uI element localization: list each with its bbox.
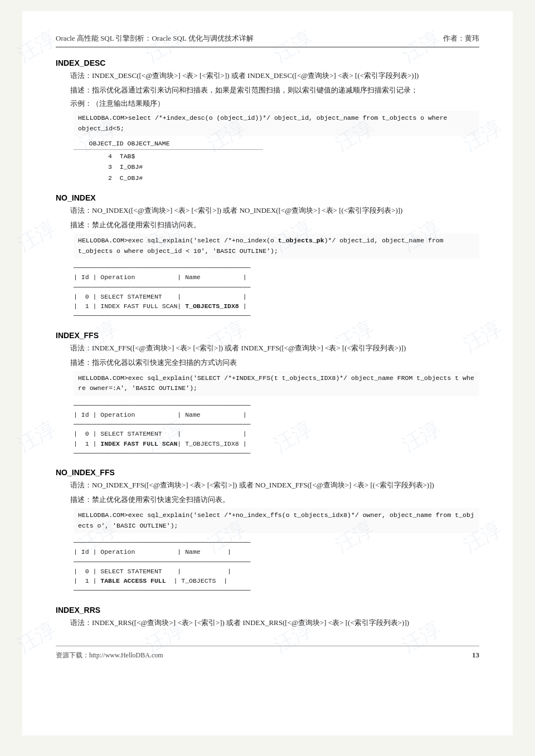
syntax-label: 语法： xyxy=(70,206,92,214)
table-index-ffs: ────────────────────────────────────────… xyxy=(74,401,479,459)
table-row-0: | 0 | SELECT STATEMENT | | xyxy=(74,429,479,438)
desc-text: 指示优化器以索引快速完全扫描的方式访问表 xyxy=(92,358,237,367)
code-index-ffs: HELLODBA.COM>exec sql_explain('SELECT /*… xyxy=(74,371,479,396)
desc-label: 描述： xyxy=(70,86,92,94)
table-row-1: | 1 | INDEX FAST FULL SCAN| T_OBJECTS_ID… xyxy=(74,439,479,448)
section-title-index-ffs: INDEX_FFS xyxy=(56,331,479,340)
section-no-index-ffs: NO_INDEX_FFS 语法：NO_INDEX_FFS([<@查询块>] <表… xyxy=(56,468,479,595)
code-no-index: HELLODBA.COM>exec sql_explain('select /*… xyxy=(74,233,479,258)
author-name: 黄玮 xyxy=(465,34,479,42)
page-header: Oracle 高性能 SQL 引擎剖析：Oracle SQL 优化与调优技术详解… xyxy=(56,33,479,47)
table-row-0: | 0 | SELECT STATEMENT | | xyxy=(74,567,479,576)
desc-no-index: 描述：禁止优化器使用索引扫描访问表。 xyxy=(56,219,479,231)
syntax-no-index-ffs: 语法：NO_INDEX_FFS([<@查询块>] <表> [<索引>]) 或者 … xyxy=(56,479,479,491)
section-title-index-desc: INDEX_DESC xyxy=(56,58,479,67)
table-border-top: ────────────────────────────────────────… xyxy=(74,538,479,547)
desc-no-index-ffs: 描述：禁止优化器使用索引快速完全扫描访问表。 xyxy=(56,494,479,506)
table-header-row: | Id | Operation | Name | xyxy=(74,272,479,282)
desc-label: 描述： xyxy=(70,358,92,367)
table-row-1: | 1 | INDEX FAST FULL SCAN| T_OBJECTS_ID… xyxy=(74,301,479,311)
section-index-ffs: INDEX_FFS 语法：INDEX_FFS([<@查询块>] <表> [<索引… xyxy=(56,331,479,458)
footer-page-number: 13 xyxy=(472,651,479,660)
table-no-index-ffs: ────────────────────────────────────────… xyxy=(74,538,479,596)
section-index-rrs: INDEX_RRS 语法：INDEX_RRS([<@查询块>] <表> [<索引… xyxy=(56,606,479,629)
syntax-text: NO_INDEX_FFS([<@查询块>] <表> [<索引>]) 或者 NO_… xyxy=(92,481,434,489)
syntax-label: 语法： xyxy=(70,481,92,489)
syntax-label: 语法： xyxy=(70,71,92,80)
page-title: Oracle 高性能 SQL 引擎剖析：Oracle SQL 优化与调优技术详解 xyxy=(56,33,254,43)
table-border-bot: ────────────────────────────────────────… xyxy=(74,448,479,458)
desc-index-ffs: 描述：指示优化器以索引快速完全扫描的方式访问表 xyxy=(56,357,479,369)
code-index-desc: HELLODBA.COM>select /*+index_desc(o (obj… xyxy=(74,111,479,136)
syntax-text: INDEX_DESC([<@查询块>] <表> [<索引>]) 或者 INDEX… xyxy=(92,71,419,80)
table-header-row: | Id | Operation | Name | xyxy=(74,547,479,557)
footer-resource: 资源下载：http://www.HelloDBA.com xyxy=(56,651,163,660)
syntax-no-index: 语法：NO_INDEX([<@查询块>] <表> [<索引>]) 或者 NO_I… xyxy=(56,204,479,217)
table-row-0: | 0 | SELECT STATEMENT | | xyxy=(74,292,479,301)
page: Oracle 高性能 SQL 引擎剖析：Oracle SQL 优化与调优技术详解… xyxy=(22,11,513,735)
output-index-desc: OBJECT_ID OBJECT_NAME 4 TAB$ 3 I_OBJ# 2 … xyxy=(74,138,479,183)
syntax-label: 语法： xyxy=(70,618,92,627)
desc-text: 禁止优化器使用索引快速完全扫描访问表。 xyxy=(92,495,230,504)
table-row-1: | 1 | TABLE ACCESS FULL | T_OBJECTS | xyxy=(74,576,479,586)
desc-text: 禁止优化器使用索引扫描访问表。 xyxy=(92,221,201,229)
table-border-top: ────────────────────────────────────────… xyxy=(74,401,479,410)
desc-label: 描述： xyxy=(70,495,92,504)
section-title-no-index-ffs: NO_INDEX_FFS xyxy=(56,468,479,477)
section-index-desc: INDEX_DESC 语法：INDEX_DESC([<@查询块>] <表> [<… xyxy=(56,58,479,183)
table-no-index: ────────────────────────────────────────… xyxy=(74,263,479,321)
section-no-index: NO_INDEX 语法：NO_INDEX([<@查询块>] <表> [<索引>]… xyxy=(56,193,479,320)
code-no-index-ffs: HELLODBA.COM>exec sql_explain('select /*… xyxy=(74,508,479,533)
syntax-text: NO_INDEX([<@查询块>] <表> [<索引>]) 或者 NO_INDE… xyxy=(92,206,402,214)
table-border-top: ────────────────────────────────────────… xyxy=(74,263,479,272)
table-border-mid: ────────────────────────────────────────… xyxy=(74,557,479,567)
example-label-index-desc: 示例：（注意输出结果顺序） xyxy=(56,99,479,109)
section-title-index-rrs: INDEX_RRS xyxy=(56,606,479,614)
table-header-row: | Id | Operation | Name | xyxy=(74,410,479,420)
syntax-label: 语法： xyxy=(70,344,92,352)
desc-label: 描述： xyxy=(70,221,92,229)
syntax-text: INDEX_FFS([<@查询块>] <表> [<索引>]) 或者 INDEX_… xyxy=(92,344,406,352)
syntax-index-ffs: 语法：INDEX_FFS([<@查询块>] <表> [<索引>]) 或者 IND… xyxy=(56,342,479,354)
page-author: 作者：黄玮 xyxy=(443,33,479,43)
table-border-mid: ────────────────────────────────────────… xyxy=(74,420,479,429)
author-label: 作者： xyxy=(443,34,465,42)
section-title-no-index: NO_INDEX xyxy=(56,193,479,202)
syntax-index-desc: 语法：INDEX_DESC([<@查询块>] <表> [<索引>]) 或者 IN… xyxy=(56,70,479,82)
syntax-index-rrs: 语法：INDEX_RRS([<@查询块>] <表> [<索引>]) 或者 IND… xyxy=(56,617,479,629)
syntax-text: INDEX_RRS([<@查询块>] <表> [<索引>]) 或者 INDEX_… xyxy=(92,618,409,627)
page-footer: 资源下载：http://www.HelloDBA.com 13 xyxy=(56,646,479,660)
table-border-bot: ────────────────────────────────────────… xyxy=(74,586,479,595)
table-border-bot: ────────────────────────────────────────… xyxy=(74,311,479,320)
table-border-mid: ────────────────────────────────────────… xyxy=(74,282,479,292)
desc-text: 指示优化器通过索引来访问和扫描表，如果是索引范围扫描，则以索引键值的递减顺序扫描… xyxy=(92,86,418,94)
desc-index-desc: 描述：指示优化器通过索引来访问和扫描表，如果是索引范围扫描，则以索引键值的递减顺… xyxy=(56,84,479,96)
